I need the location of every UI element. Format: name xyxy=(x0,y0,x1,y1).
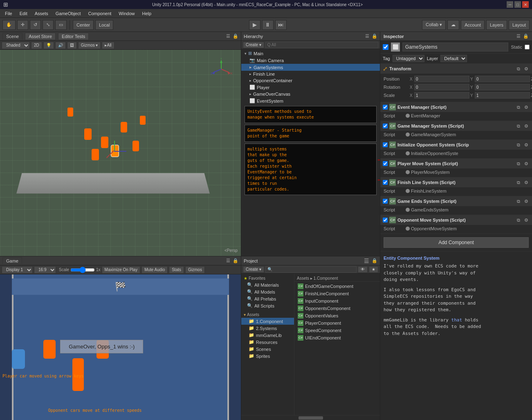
init-opponent-header[interactable]: C# Initialize Opponent System (Scrip ⧉ ⚙ xyxy=(380,140,532,150)
opponent-move-checkbox[interactable] xyxy=(383,218,388,222)
center-button[interactable]: Center xyxy=(73,20,94,30)
menu-help[interactable]: Help xyxy=(139,10,155,17)
menu-file[interactable]: File xyxy=(2,10,16,17)
project-scrollbar[interactable] xyxy=(241,415,380,420)
favorites-item-all-materials[interactable]: 🔍 All Materials xyxy=(241,281,294,288)
project-star-button[interactable]: ★ xyxy=(369,266,378,273)
mute-audio-button[interactable]: Mute Audio xyxy=(141,266,168,274)
favorites-item-all-prefabs[interactable]: 🔍 All Prefabs xyxy=(241,295,294,302)
asset-item-opponentvalues[interactable]: C# OpponentValues xyxy=(294,312,380,319)
transform-component-header[interactable]: ⤢ Transform ⧉ ⚙ xyxy=(380,64,532,74)
hier-item-opponent-container[interactable]: ▸ OpponentContainer xyxy=(241,77,380,84)
static-checkbox[interactable] xyxy=(525,45,530,49)
tab-editor-tests[interactable]: Editor Tests xyxy=(58,33,89,40)
hier-item-main-camera[interactable]: 📷 Main Camera xyxy=(241,57,380,64)
asset-item-input[interactable]: C# InputComponent xyxy=(294,297,380,305)
display-select[interactable]: Display 1 xyxy=(2,266,33,274)
layout-button[interactable]: Layout xyxy=(509,20,530,30)
play-button[interactable]: ▶ xyxy=(249,20,260,30)
scene-light-button[interactable]: 💡 xyxy=(43,42,54,49)
project-eye-button[interactable]: 👁 xyxy=(358,266,368,273)
hierarchy-create-button[interactable]: Create ▾ xyxy=(243,42,264,48)
finish-line-copy-button[interactable]: ⧉ xyxy=(516,180,521,185)
transform-settings-button[interactable]: ⚙ xyxy=(523,66,530,72)
game-manager-checkbox[interactable] xyxy=(383,124,388,128)
asset-item-player[interactable]: C# PlayerComponent xyxy=(294,319,380,327)
finish-line-checkbox[interactable] xyxy=(383,180,388,185)
scene-gizmos-button[interactable]: Gizmos ▾ xyxy=(78,42,101,49)
scene-panel-menu-icon[interactable]: ☰ xyxy=(226,34,230,39)
account-button[interactable]: Account xyxy=(461,20,485,30)
rotation-x-input[interactable] xyxy=(414,84,469,90)
stats-button[interactable]: Stats xyxy=(169,266,184,274)
asset-item-finishline[interactable]: C# FinishLineComponent xyxy=(294,290,380,297)
init-opponent-copy-button[interactable]: ⧉ xyxy=(516,142,521,148)
scene-panel-lock-icon[interactable]: 🔒 xyxy=(233,34,238,39)
object-enabled-checkbox[interactable] xyxy=(383,44,388,50)
hier-item-gamesystems[interactable]: ▸ GameSystems xyxy=(241,64,380,71)
hier-item-player[interactable]: ⬜ Player xyxy=(241,84,380,91)
project-search-input[interactable] xyxy=(265,266,357,273)
ratio-select[interactable]: 16:9 xyxy=(34,266,56,274)
game-manager-copy-button[interactable]: ⧉ xyxy=(516,124,521,129)
hier-item-finish-line[interactable]: ▸ Finish Line xyxy=(241,71,380,77)
inspector-menu-icon[interactable]: ☰ xyxy=(516,34,521,39)
menu-window[interactable]: Window xyxy=(115,10,138,17)
maximize-on-play-button[interactable]: Maximize On Play xyxy=(102,266,141,274)
project-folder-resources[interactable]: 📁 Resources xyxy=(241,339,294,346)
player-move-checkbox[interactable] xyxy=(383,161,388,166)
scale-y-input[interactable] xyxy=(475,92,530,99)
player-move-copy-button[interactable]: ⧉ xyxy=(516,161,521,166)
tab-asset-store[interactable]: Asset Store xyxy=(25,33,56,40)
scene-all-button[interactable]: ▸All xyxy=(102,42,114,49)
init-opponent-checkbox[interactable] xyxy=(383,142,388,147)
position-x-input[interactable] xyxy=(414,76,469,82)
event-manager-checkbox[interactable] xyxy=(383,105,388,110)
hierarchy-menu-icon[interactable]: ☰ xyxy=(365,34,369,39)
opponent-move-copy-button[interactable]: ⧉ xyxy=(516,218,521,223)
init-opponent-settings-button[interactable]: ⚙ xyxy=(523,142,530,148)
project-folder-mmgamelib[interactable]: 📁 mmGameLib xyxy=(241,332,294,339)
player-move-settings-button[interactable]: ⚙ xyxy=(523,161,530,166)
close-button[interactable]: ✕ xyxy=(522,1,529,8)
tab-game[interactable]: Game xyxy=(2,257,22,264)
project-folder-sprites[interactable]: 📁 Sprites xyxy=(241,353,294,359)
inspector-lock-icon[interactable]: 🔒 xyxy=(523,34,529,39)
game-ends-checkbox[interactable] xyxy=(383,199,388,204)
hier-item-gameovercanvas[interactable]: ▸ GameOverCanvas xyxy=(241,91,380,97)
game-gizmos-button[interactable]: Gizmos xyxy=(185,266,205,274)
menu-assets[interactable]: Assets xyxy=(31,10,52,17)
rotate-tool-button[interactable]: ↺ xyxy=(30,20,41,30)
hierarchy-search-input[interactable] xyxy=(265,42,378,48)
event-manager-settings-button[interactable]: ⚙ xyxy=(523,105,530,110)
tag-select[interactable]: Untagged xyxy=(393,55,424,62)
finish-line-header[interactable]: C# Finish Line System (Script) ⧉ ⚙ xyxy=(380,177,532,187)
layers-button[interactable]: Layers xyxy=(486,20,507,30)
scene-image-button[interactable]: 🖼 xyxy=(67,42,77,49)
player-move-header[interactable]: C# Player Move System (Script) ⧉ ⚙ xyxy=(380,159,532,168)
opponent-move-settings-button[interactable]: ⚙ xyxy=(523,218,530,223)
asset-item-opponents[interactable]: C# OpponentsComponent xyxy=(294,305,380,312)
asset-item-endofgame[interactable]: C# EndOfGameComponent xyxy=(294,283,380,290)
transform-copy-button[interactable]: ⧉ xyxy=(516,66,521,72)
minimize-button[interactable]: ─ xyxy=(507,1,513,8)
hier-item-eventsystem[interactable]: ⬜ EventSystem xyxy=(241,97,380,104)
event-manager-copy-button[interactable]: ⧉ xyxy=(516,105,521,110)
game-panel-lock-icon[interactable]: 🔒 xyxy=(233,258,238,263)
menu-component[interactable]: Component xyxy=(85,10,114,17)
pause-button[interactable]: ⏸ xyxy=(262,20,274,30)
favorites-item-all-scripts[interactable]: 🔍 All Scripts xyxy=(241,302,294,309)
project-scrollbar-thumb[interactable] xyxy=(299,416,323,420)
game-ends-header[interactable]: C# Game Ends System (Script) ⧉ ⚙ xyxy=(380,196,532,206)
scale-slider[interactable] xyxy=(70,267,95,273)
project-lock-icon[interactable]: 🔒 xyxy=(372,258,377,263)
hand-tool-button[interactable]: ✋ xyxy=(2,20,16,30)
rect-tool-button[interactable]: ▭ xyxy=(55,20,67,30)
rotation-y-input[interactable] xyxy=(475,84,530,90)
object-name-input[interactable] xyxy=(402,43,508,52)
scale-x-input[interactable] xyxy=(414,92,469,99)
hier-item-main[interactable]: ▾ ⊞ Main xyxy=(241,50,380,57)
hierarchy-lock-icon[interactable]: 🔒 xyxy=(372,34,377,39)
shading-select[interactable]: Shaded xyxy=(2,42,30,49)
game-ends-settings-button[interactable]: ⚙ xyxy=(523,199,530,204)
